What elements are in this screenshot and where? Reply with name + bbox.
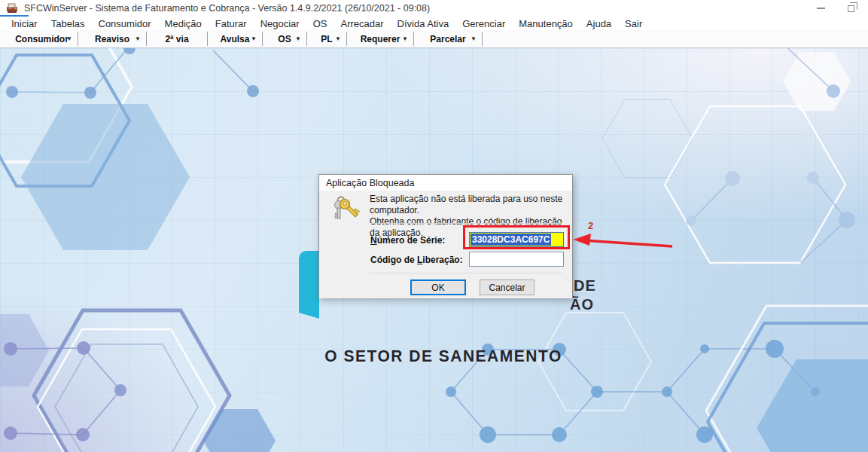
- cancel-button[interactable]: Cancelar: [480, 279, 535, 295]
- menu-iniciar[interactable]: Iniciar: [5, 18, 44, 29]
- menu-manutencao[interactable]: Manutenção: [512, 18, 580, 29]
- toolbar-button-parcelar[interactable]: Parcelar ▼: [414, 30, 482, 47]
- background-banner-text: O SETOR DE SANEAMENTO: [307, 347, 580, 365]
- menu-medicao[interactable]: Medição: [158, 18, 209, 29]
- active-indicator: [0, 15, 29, 17]
- dialog-separator: [370, 223, 562, 224]
- app-icon: [6, 3, 18, 14]
- menu-arrecadar[interactable]: Arrecadar: [333, 18, 390, 29]
- serial-number-field[interactable]: 33028DC3AC697C: [469, 232, 564, 247]
- toolbar-button-2a-via[interactable]: 2ª via: [147, 30, 207, 47]
- menu-tabelas[interactable]: Tabelas: [44, 18, 92, 29]
- toolbar: Consumidor ▼ Reaviso ▼ 2ª via Avulsa ▼ O…: [0, 30, 868, 48]
- background-text-fragment-1: DE: [574, 277, 596, 295]
- toolbar-button-requerer[interactable]: Requerer ▼: [347, 30, 413, 47]
- toolbar-separator: [482, 32, 483, 46]
- release-code-field[interactable]: [469, 252, 564, 267]
- annotation-step-number: 2: [588, 220, 593, 231]
- keys-icon: [331, 194, 360, 226]
- menu-gerenciar[interactable]: Gerenciar: [455, 18, 512, 29]
- serial-number-label: Número de Série:: [370, 235, 445, 246]
- desktop-background: DE ÃO O SETOR DE SANEAMENTO Aplicação Bl…: [0, 48, 868, 452]
- window-title: SFCWinServer - Sistema de Faturamento e …: [24, 3, 430, 14]
- serial-number-value: 33028DC3AC697C: [471, 234, 551, 246]
- ok-button[interactable]: OK: [410, 279, 466, 295]
- dialog-separator: [370, 273, 562, 273]
- dialog-title: Aplicação Bloqueada: [319, 175, 572, 191]
- menu-ajuda[interactable]: Ajuda: [580, 18, 618, 29]
- toolbar-button-os[interactable]: OS ▼: [263, 30, 306, 47]
- release-code-label: Código de Liberação:: [370, 255, 463, 265]
- menu-faturar[interactable]: Faturar: [209, 18, 254, 29]
- chevron-down-icon[interactable]: ▼: [251, 35, 257, 42]
- chevron-down-icon[interactable]: ▼: [295, 35, 301, 42]
- chevron-down-icon[interactable]: ▼: [402, 35, 408, 42]
- minimize-icon[interactable]: [817, 8, 825, 9]
- menu-os[interactable]: OS: [306, 18, 334, 29]
- menu-consumidor[interactable]: Consumidor: [92, 18, 158, 29]
- chevron-down-icon[interactable]: ▼: [66, 35, 72, 42]
- chevron-down-icon[interactable]: ▼: [135, 35, 141, 42]
- menu-sair[interactable]: Sair: [618, 18, 649, 29]
- chevron-down-icon[interactable]: ▼: [471, 35, 477, 42]
- title-bar: SFCWinServer - Sistema de Faturamento e …: [0, 0, 868, 17]
- toolbar-button-pl[interactable]: PL ▼: [307, 30, 346, 47]
- dialog-aplicacao-bloqueada: Aplicação Bloqueada: [318, 174, 573, 298]
- toolbar-button-avulsa[interactable]: Avulsa ▼: [208, 30, 262, 47]
- toolbar-button-consumidor[interactable]: Consumidor ▼: [6, 30, 78, 47]
- menu-divida-ativa[interactable]: Dívida Ativa: [391, 18, 456, 29]
- restore-icon[interactable]: [848, 5, 854, 12]
- background-logo-shape: [299, 251, 319, 319]
- chevron-down-icon[interactable]: ▼: [335, 35, 341, 42]
- menu-negociar[interactable]: Negociar: [254, 18, 306, 29]
- menu-bar: Iniciar Tabelas Consumidor Medição Fatur…: [0, 17, 868, 30]
- toolbar-button-reaviso[interactable]: Reaviso ▼: [78, 30, 146, 47]
- background-text-fragment-2: ÃO: [570, 296, 594, 313]
